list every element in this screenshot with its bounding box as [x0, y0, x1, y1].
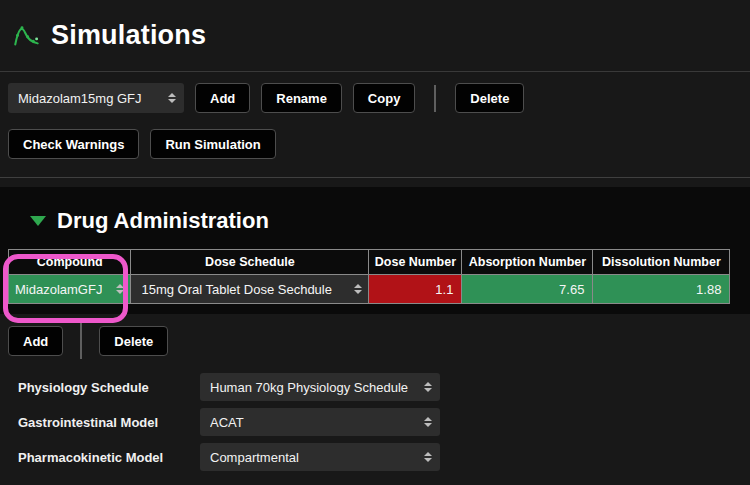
column-header-dissolution-number: Dissolution Number	[593, 250, 730, 275]
column-header-dose-number: Dose Number	[369, 250, 462, 275]
add-compound-button[interactable]: Add	[8, 326, 63, 356]
toolbar-separator	[434, 85, 436, 112]
column-header-dose-schedule: Dose Schedule	[131, 250, 369, 275]
drug-administration-header: Drug Administration	[0, 208, 750, 234]
run-toolbar: Check Warnings Run Simulation	[0, 129, 750, 159]
pharmacokinetic-model-select[interactable]: Compartmental	[200, 443, 440, 471]
compound-cell: MidazolamGFJ	[9, 275, 131, 304]
dose-schedule-select-value: 15mg Oral Tablet Dose Sechdule	[137, 282, 346, 297]
gastrointestinal-model-label: Gastrointestinal Model	[18, 415, 200, 430]
spinner-icon	[424, 382, 432, 392]
compound-actions: Add Delete	[0, 323, 750, 359]
page-title: Simulations	[51, 20, 206, 51]
dose-number-value: 1.1	[369, 275, 461, 303]
spinner-icon	[354, 284, 362, 294]
dose-table-row: MidazolamGFJ 15mg Oral Tablet Dose Sechd…	[9, 275, 730, 304]
dissolution-number-value: 1.88	[593, 275, 729, 303]
delete-compound-button[interactable]: Delete	[99, 326, 168, 356]
gastrointestinal-model-select[interactable]: ACAT	[200, 408, 440, 436]
rename-simulation-button[interactable]: Rename	[261, 83, 342, 113]
dose-table-header-row: Compound Dose Schedule Dose Number Absor…	[9, 250, 730, 275]
simulation-select[interactable]: Midazolam15mg GFJ	[8, 83, 184, 113]
compound-select-value: MidazolamGFJ	[15, 282, 102, 297]
pharmacokinetic-model-row: Pharmacokinetic Model Compartmental	[18, 443, 750, 471]
section-divider	[0, 177, 750, 178]
simulation-toolbar: Midazolam15mg GFJ Add Rename Copy Delete	[0, 83, 750, 113]
add-simulation-button[interactable]: Add	[195, 83, 250, 113]
pharmacokinetic-model-value: Compartmental	[210, 450, 416, 465]
physiology-schedule-select[interactable]: Human 70kg Physiology Schedule	[200, 373, 440, 401]
drug-administration-panel: Drug Administration Compound Dose Schedu…	[0, 187, 750, 314]
simulation-select-value: Midazolam15mg GFJ	[18, 91, 160, 106]
model-settings: Physiology Schedule Human 70kg Physiolog…	[0, 373, 750, 471]
dose-table: Compound Dose Schedule Dose Number Absor…	[8, 249, 730, 304]
column-header-compound: Compound	[9, 250, 131, 275]
spinner-icon	[424, 452, 432, 462]
pharmacokinetic-model-label: Pharmacokinetic Model	[18, 450, 200, 465]
dissolution-number-cell: 1.88	[593, 275, 730, 304]
physiology-schedule-value: Human 70kg Physiology Schedule	[210, 380, 416, 395]
absorption-number-value: 7.65	[462, 275, 592, 303]
section-title: Drug Administration	[57, 208, 269, 234]
dose-schedule-select[interactable]: 15mg Oral Tablet Dose Sechdule	[131, 275, 368, 303]
delete-simulation-button[interactable]: Delete	[455, 83, 524, 113]
spinner-icon	[168, 93, 176, 103]
gastrointestinal-model-value: ACAT	[210, 415, 416, 430]
actions-separator	[80, 323, 82, 359]
spinner-icon	[424, 417, 432, 427]
column-header-absorption-number: Absorption Number	[462, 250, 593, 275]
collapse-caret-icon[interactable]	[30, 216, 46, 226]
spinner-icon	[116, 284, 124, 294]
run-simulation-button[interactable]: Run Simulation	[150, 129, 275, 159]
physiology-schedule-row: Physiology Schedule Human 70kg Physiolog…	[18, 373, 750, 401]
physiology-schedule-label: Physiology Schedule	[18, 380, 200, 395]
dose-schedule-cell: 15mg Oral Tablet Dose Sechdule	[131, 275, 369, 304]
dose-number-cell: 1.1	[369, 275, 462, 304]
compound-select[interactable]: MidazolamGFJ	[9, 275, 130, 303]
absorption-number-cell: 7.65	[462, 275, 593, 304]
gastrointestinal-model-row: Gastrointestinal Model ACAT	[18, 408, 750, 436]
pk-curve-icon	[13, 22, 40, 49]
copy-simulation-button[interactable]: Copy	[353, 83, 416, 113]
check-warnings-button[interactable]: Check Warnings	[8, 129, 139, 159]
app-header: Simulations	[0, 0, 750, 72]
